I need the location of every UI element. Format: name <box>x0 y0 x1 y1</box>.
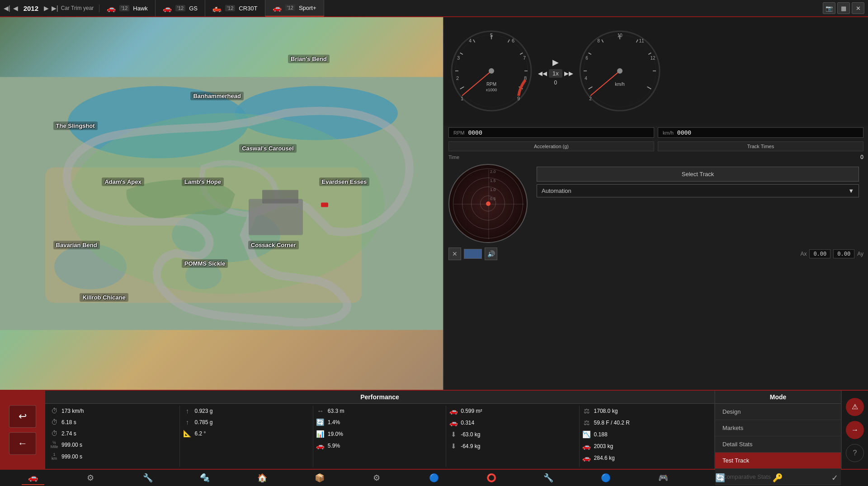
prev-button[interactable]: ◀ <box>13 5 18 12</box>
tab-sport-plus[interactable]: 🚗 '12 Sport+ <box>265 0 324 17</box>
tab-gs[interactable]: 🚗 '12 GS <box>156 0 205 17</box>
svg-rect-0 <box>0 77 443 330</box>
speaker-icon-button[interactable]: 🔊 <box>485 248 497 260</box>
polar-moment-value: 0.188 <box>594 431 608 438</box>
track-times-box: Track Times <box>658 141 863 151</box>
frontal-area-icon: 🚗 <box>449 407 458 415</box>
gauge-readings: RPM 0000 km/h 0000 <box>444 126 868 140</box>
svg-text:10: 10 <box>617 33 623 38</box>
downforce-rear-icon: ⬇ <box>449 442 458 450</box>
perf-row-quarter-mile: ¼Mile 999.00 s <box>49 439 178 450</box>
perf-col-5: ⚖ 1708.0 kg ⚖ 59.8 F / 40.2 R 📉 0.188 🚗 … <box>580 406 712 467</box>
rpm-gauge: 1 2 3 4 5 6 7 8 9 RPM x1000 <box>448 28 534 115</box>
next-button[interactable]: ▶ <box>44 5 49 12</box>
lon-g-value: 0.785 g <box>194 419 212 425</box>
angle-icon: 📐 <box>183 430 192 438</box>
lat-g-icon: ↑ <box>183 407 192 415</box>
svg-point-2 <box>235 86 398 140</box>
nav-car-button[interactable]: 🚗 <box>22 471 44 485</box>
map-background: Brian's Bend Banhammerhead The Slingshot… <box>0 17 443 390</box>
label-adams-apex: Adam's Apex <box>102 178 144 186</box>
nav-box-button[interactable]: 📦 <box>308 471 331 485</box>
back-icon-button[interactable]: ↩ <box>9 405 36 428</box>
svg-rect-10 <box>262 190 298 204</box>
car-icon-hawk: 🚗 <box>107 4 116 13</box>
nav-ring-button[interactable]: ⭕ <box>480 471 503 485</box>
svg-text:km/h: km/h <box>615 82 625 87</box>
fast-forward-button[interactable]: ▶▶ <box>564 70 573 77</box>
map-area: Brian's Bend Banhammerhead The Slingshot… <box>0 17 443 390</box>
tab-cr30t[interactable]: 🛻 '12 CR30T <box>205 0 265 17</box>
arrow-right-button[interactable]: → <box>846 421 864 439</box>
brake-dist-icon: ↔ <box>316 407 325 415</box>
help-button[interactable]: ? <box>846 444 864 462</box>
prev-prev-button[interactable]: ◀| <box>4 5 10 12</box>
color-swatch[interactable] <box>464 249 482 259</box>
angle-value: 6.2 ° <box>194 430 206 437</box>
svg-point-55 <box>617 68 623 74</box>
brake-value: 2.74 s <box>61 430 76 437</box>
speed-gauge: 2 4 6 8 10 11 12 km/h <box>577 28 663 115</box>
perf-row-lat-g: ↑ 0.923 g <box>182 406 311 416</box>
mode-test-track-button[interactable]: Test Track <box>715 453 841 469</box>
g-meter: 2.0 1.5 1.0 0.5 <box>448 164 528 243</box>
quarter-mile-icon: ¼Mile <box>50 441 59 449</box>
close-button[interactable]: ✕ <box>852 2 864 14</box>
svg-text:0.5: 0.5 <box>490 196 496 201</box>
payload-icon: 🚗 <box>582 454 591 462</box>
downforce-front-icon: ⬇ <box>449 430 458 439</box>
select-track-button[interactable]: Select Track <box>537 167 859 182</box>
nav-home-button[interactable]: 🏠 <box>251 471 274 485</box>
mode-design-button[interactable]: Design <box>715 404 841 420</box>
arrow-left-button[interactable]: ← <box>9 432 36 455</box>
play-button[interactable]: ▶ <box>552 57 559 67</box>
perf-row-toe: 📊 19.0% <box>315 429 444 439</box>
lon-g-icon: ↑ <box>183 418 192 426</box>
nav-gamepad-button[interactable]: 🎮 <box>652 471 675 485</box>
nav-circle-button[interactable]: 🔵 <box>423 471 445 485</box>
nav-blue-button[interactable]: 🔵 <box>594 471 617 485</box>
nav-settings-button[interactable]: ⚙ <box>79 471 102 485</box>
nav-key-button[interactable]: 🔑 <box>766 471 789 485</box>
nav-wrench-button[interactable]: 🔧 <box>137 471 159 485</box>
perf-row-brake-dist: ↔ 63.3 m <box>315 406 444 416</box>
tab-year-sport-plus: '12 <box>285 5 295 11</box>
mode-markets-button[interactable]: Markets <box>715 420 841 436</box>
track-dropdown[interactable]: Automation ▼ <box>537 184 859 197</box>
brake-dist-value: 63.3 m <box>328 408 344 414</box>
track-controls: Select Track Automation ▼ <box>532 164 863 200</box>
end-button[interactable]: ▶| <box>52 5 58 12</box>
perf-row-1km: 1km 999.00 s <box>49 451 178 462</box>
grid-button[interactable]: ▦ <box>837 2 850 14</box>
x-icon-button[interactable]: ✕ <box>448 248 461 260</box>
nav-tool-button[interactable]: 🔧 <box>537 471 560 485</box>
accel-time-icon: ⏱ <box>50 418 59 426</box>
perf-col-3: ↔ 63.3 m 🔄 1.4% 📊 19.0% 🚗 5.9% <box>313 406 446 467</box>
perf-row-brake: ⏱ 2.74 s <box>49 428 178 439</box>
tab-hawk[interactable]: 🚗 '12 Hawk <box>99 0 156 17</box>
label-brians-bend: Brian's Bend <box>288 55 330 63</box>
perf-row-gross-weight: 🚗 2003 kg <box>581 441 711 452</box>
alert-button[interactable]: ⚠ <box>846 398 864 416</box>
nav-refresh-button[interactable]: 🔄 <box>709 471 731 485</box>
nav-checkmark-button[interactable]: ✓ <box>824 471 846 485</box>
label-caswal-carousel: Caswal's Carousel <box>239 144 296 153</box>
label-pomms-sickle: POMMS Sickle <box>182 259 228 268</box>
rpm-reading-value: 0000 <box>468 129 482 136</box>
speed-value-display: 173 km/h <box>61 408 84 414</box>
toe-value: 19.0% <box>328 431 343 437</box>
rewind-button[interactable]: ◀◀ <box>538 70 547 77</box>
accel-time-value: 6.18 s <box>61 419 76 425</box>
perf-row-aero4: 🚗 5.9% <box>315 440 444 451</box>
trim-label: Car Trim year <box>61 5 94 11</box>
nav-gear-button[interactable]: ⚙ <box>365 471 388 485</box>
brake-icon: ⏱ <box>50 430 59 437</box>
svg-text:2.0: 2.0 <box>490 169 496 174</box>
nav-parts-button[interactable]: 🔩 <box>193 471 216 485</box>
mode-detail-stats-button[interactable]: Detail Stats <box>715 436 841 453</box>
label-cossack-corner: Cossack Corner <box>248 241 299 249</box>
screenshot-button[interactable]: 📷 <box>823 2 835 14</box>
perf-row-frontal-area: 🚗 0.599 m² <box>448 406 577 416</box>
svg-rect-6 <box>0 77 443 330</box>
svg-point-3 <box>54 244 127 290</box>
